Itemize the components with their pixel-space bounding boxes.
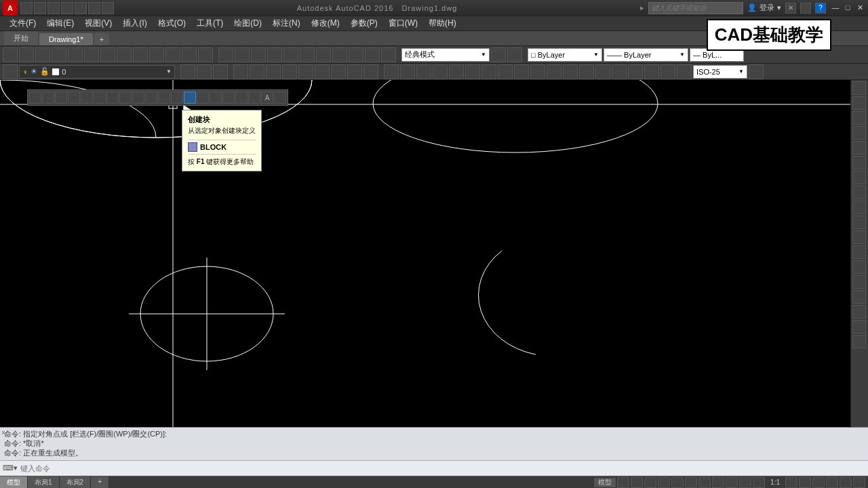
dim-linear-icon[interactable] (384, 64, 399, 79)
menu-insert[interactable]: 插入(I) (119, 16, 151, 30)
print-icon[interactable] (52, 47, 66, 62)
minimize-button[interactable]: — (830, 3, 841, 13)
ws-7-icon[interactable] (381, 47, 396, 62)
ortho-toggle-icon[interactable] (644, 477, 656, 488)
ws-4-icon[interactable] (332, 47, 347, 62)
new-icon[interactable] (20, 2, 33, 14)
command-input[interactable] (20, 464, 865, 472)
menu-format[interactable]: 格式(O) (154, 16, 190, 30)
linetype-dropdown[interactable]: —— ByLayer▼ (604, 48, 688, 62)
polygon-icon[interactable] (68, 92, 80, 104)
dim-aligned-icon[interactable] (400, 64, 415, 79)
menu-file[interactable]: 文件(F) (5, 16, 40, 30)
gradient-icon[interactable] (222, 92, 235, 104)
otrack-toggle-icon[interactable] (685, 477, 697, 488)
d2-icon[interactable] (250, 64, 264, 79)
tab-layout1[interactable]: 布局1 (28, 476, 60, 489)
make-block-icon[interactable] (184, 92, 196, 104)
d8-icon[interactable] (347, 64, 362, 79)
dim-base-icon[interactable] (514, 64, 529, 79)
lay-2-icon[interactable] (197, 64, 212, 79)
redo-icon[interactable] (102, 2, 114, 14)
undo-icon[interactable] (88, 2, 100, 14)
am-toggle-icon[interactable] (753, 477, 765, 488)
zoom-win-icon[interactable] (251, 47, 266, 62)
block-editor-icon[interactable] (165, 47, 180, 62)
ws-5-icon[interactable] (349, 47, 363, 62)
move-icon[interactable] (852, 156, 866, 169)
table-icon[interactable] (248, 92, 260, 104)
rotate-icon[interactable] (852, 171, 866, 184)
hw-toggle-icon[interactable] (826, 477, 838, 488)
undo2-icon[interactable] (182, 47, 197, 62)
dim-center-icon[interactable] (595, 64, 610, 79)
ws-1-icon[interactable] (283, 47, 298, 62)
menu-parametric[interactable]: 参数(P) (347, 16, 382, 30)
maximize-button[interactable]: □ (842, 3, 853, 13)
open-file-icon[interactable] (19, 47, 34, 62)
ellipse-arc-icon[interactable] (158, 92, 170, 104)
dim-upd-icon[interactable] (677, 64, 692, 79)
new-file-icon[interactable] (3, 47, 18, 62)
ws-toggle-icon[interactable] (785, 477, 797, 488)
tab-start[interactable]: 开始 (4, 31, 38, 45)
draw-toolbar[interactable]: A (27, 89, 288, 106)
ws-2-icon[interactable] (300, 47, 315, 62)
tab-layout2[interactable]: 布局2 (60, 476, 92, 489)
command-window[interactable]: × 命令: 指定对角点或 [栏选(F)/圈围(WP)/圈交(CP)]: 命令: … (0, 427, 868, 476)
dim-space-icon[interactable] (547, 64, 561, 79)
pan-icon[interactable] (218, 47, 233, 62)
cut-icon[interactable] (100, 47, 115, 62)
polar-toggle-icon[interactable] (658, 477, 670, 488)
d3-icon[interactable] (266, 64, 281, 79)
close-button[interactable]: ✕ (854, 3, 865, 13)
point-icon[interactable] (197, 92, 209, 104)
pline-icon[interactable] (55, 92, 67, 104)
help-search-input[interactable] (648, 2, 743, 14)
clean-toggle-icon[interactable] (840, 477, 852, 488)
save-icon[interactable] (47, 2, 60, 14)
d7-icon[interactable] (331, 64, 346, 79)
line-icon[interactable] (29, 92, 41, 104)
erase-icon[interactable] (852, 81, 866, 95)
ws-6-icon[interactable] (365, 47, 380, 62)
rect-icon[interactable] (81, 92, 93, 104)
dim-ang-icon[interactable] (481, 64, 496, 79)
osnap-toggle-icon[interactable] (671, 477, 684, 488)
dim-insp-icon[interactable] (612, 64, 627, 79)
scale-icon[interactable] (852, 186, 866, 199)
circle-icon[interactable] (106, 92, 119, 104)
dim-break-icon[interactable] (563, 64, 578, 79)
lwt-toggle-icon[interactable] (698, 477, 711, 488)
match-icon[interactable] (149, 47, 164, 62)
d1-icon[interactable] (233, 64, 248, 79)
lay-3-icon[interactable] (213, 64, 228, 79)
layer-props-icon[interactable] (3, 64, 18, 79)
menu-help[interactable]: 帮助(H) (425, 16, 460, 30)
tab-model[interactable]: 模型 (0, 476, 28, 489)
mirror-icon[interactable] (852, 111, 866, 125)
plot-icon[interactable] (75, 2, 87, 14)
insert-block-icon[interactable] (171, 92, 183, 104)
redo2-icon[interactable] (198, 47, 213, 62)
dim-tedit-icon[interactable] (660, 64, 675, 79)
menu-tools[interactable]: 工具(T) (193, 16, 227, 30)
extend-icon[interactable] (852, 230, 866, 244)
paste-icon[interactable] (133, 47, 148, 62)
cmd-close-icon[interactable]: × (1, 429, 9, 437)
d4-icon[interactable] (282, 64, 297, 79)
stayconnected-icon[interactable] (800, 3, 811, 14)
zoom-rt-icon[interactable] (235, 47, 250, 62)
tpy-toggle-icon[interactable] (712, 477, 724, 488)
signin-button[interactable]: 👤 登录 ▾ (747, 3, 781, 13)
zoom-prev-icon[interactable] (267, 47, 282, 62)
copy-obj-icon[interactable] (852, 96, 866, 110)
chamfer-icon[interactable] (852, 290, 866, 304)
dim-arc-icon[interactable] (416, 64, 431, 79)
menu-draw[interactable]: 绘图(D) (230, 16, 266, 30)
snap-toggle-icon[interactable] (631, 477, 643, 488)
dim-tol-icon[interactable] (579, 64, 594, 79)
addsel-icon[interactable] (274, 92, 286, 104)
break-pt-icon[interactable] (852, 245, 866, 259)
trim-icon[interactable] (852, 216, 866, 229)
